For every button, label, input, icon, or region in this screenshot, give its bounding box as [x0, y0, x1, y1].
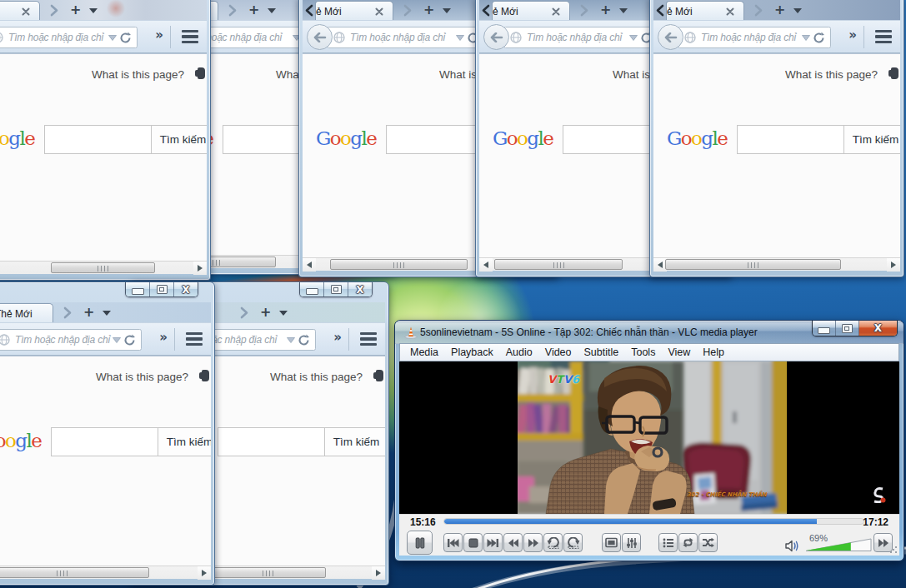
- reload-icon[interactable]: [123, 334, 136, 346]
- scroll-right-arrow[interactable]: [887, 258, 900, 272]
- speed-button[interactable]: [873, 533, 893, 552]
- seek-bar[interactable]: [443, 518, 864, 525]
- urlbar-history-dropdown-icon[interactable]: [802, 35, 810, 41]
- new-tab-button[interactable]: +: [600, 2, 611, 17]
- tab-list-dropdown-icon[interactable]: [89, 7, 98, 14]
- tab-list-dropdown-icon[interactable]: [268, 7, 276, 14]
- what-is-this-page-link[interactable]: What is this page?: [270, 371, 363, 383]
- new-tab-tab[interactable]: Thẻ Mới: [666, 1, 744, 22]
- tab-scroll-right-icon[interactable]: [239, 306, 249, 319]
- new-tab-tab[interactable]: Thẻ Mới: [0, 1, 40, 22]
- tab-list-dropdown-icon[interactable]: [619, 7, 628, 14]
- vlc-close-button[interactable]: X: [858, 321, 897, 336]
- menu-view[interactable]: View: [668, 346, 690, 358]
- tab-list-dropdown-icon[interactable]: [103, 310, 111, 316]
- overflow-chevron-button[interactable]: »: [848, 27, 857, 42]
- google-search-input[interactable]: [737, 125, 844, 154]
- new-tab-tab[interactable]: Thẻ Mới: [0, 303, 53, 324]
- tab-scroll-right-icon[interactable]: [579, 4, 589, 17]
- close-button[interactable]: X: [348, 282, 372, 296]
- tab-close-icon[interactable]: [552, 7, 560, 17]
- hamburger-menu-button[interactable]: [182, 30, 198, 43]
- volume-slider[interactable]: [805, 538, 872, 552]
- tab-scroll-right-icon[interactable]: [753, 4, 763, 17]
- vlc-minimize-button[interactable]: [813, 321, 835, 336]
- new-tab-button[interactable]: +: [423, 2, 434, 17]
- minimize-button[interactable]: [300, 282, 323, 296]
- hamburger-menu-button[interactable]: [360, 332, 377, 346]
- fullscreen-button[interactable]: [602, 533, 621, 552]
- new-tab-button[interactable]: +: [248, 2, 259, 17]
- menu-video[interactable]: Video: [545, 346, 572, 358]
- tab-scroll-left-icon[interactable]: [655, 4, 665, 17]
- url-bar[interactable]: Tìm hoặc nhập địa chỉ: [0, 27, 138, 48]
- new-tab-button[interactable]: +: [70, 2, 81, 17]
- horizontal-scrollbar[interactable]: [0, 261, 207, 274]
- tab-scroll-left-icon[interactable]: [304, 4, 314, 17]
- reload-icon[interactable]: [813, 32, 825, 44]
- tab-close-icon[interactable]: [22, 7, 30, 17]
- google-search-button[interactable]: Tìm kiếm: [843, 125, 900, 154]
- close-button[interactable]: X: [173, 282, 198, 296]
- urlbar-history-dropdown-icon[interactable]: [456, 35, 464, 41]
- urlbar-history-dropdown-icon[interactable]: [113, 337, 121, 343]
- back-button[interactable]: [307, 24, 333, 50]
- vlc-video-area[interactable]: VTV6 302 - CHIẾC NHẪN THẦN: [399, 361, 899, 514]
- google-search-button[interactable]: Tìm kiếm: [158, 427, 211, 456]
- back-button[interactable]: [483, 24, 509, 50]
- url-bar[interactable]: Tìm hoặc nhập địa chỉ: [0, 329, 142, 351]
- window-titlebar[interactable]: X: [0, 282, 214, 302]
- reload-icon[interactable]: [298, 334, 310, 346]
- rewind-button[interactable]: [503, 533, 523, 552]
- tab-close-icon[interactable]: [726, 7, 734, 17]
- scrollbar-thumb[interactable]: [494, 259, 623, 270]
- tab-list-dropdown-icon[interactable]: [279, 310, 288, 316]
- new-tab-tab[interactable]: Thẻ Mới: [492, 1, 570, 22]
- maximize-button[interactable]: [149, 282, 173, 296]
- scroll-right-arrow[interactable]: [372, 566, 385, 580]
- what-is-this-page-link[interactable]: What is this page?: [96, 371, 188, 383]
- jump-back-button[interactable]: [543, 533, 563, 552]
- new-tab-button[interactable]: +: [83, 304, 94, 320]
- google-search-input[interactable]: [44, 125, 152, 154]
- google-search-input[interactable]: [51, 427, 158, 456]
- scroll-right-arrow[interactable]: [193, 262, 207, 275]
- scroll-left-arrow[interactable]: [479, 258, 493, 272]
- new-tab-tab[interactable]: Thẻ Mới: [315, 1, 393, 22]
- scrollbar-thumb[interactable]: [665, 259, 841, 270]
- urlbar-history-dropdown-icon[interactable]: [629, 35, 638, 41]
- tab-close-icon[interactable]: [375, 7, 383, 17]
- menu-media[interactable]: Media: [410, 346, 438, 358]
- scrollbar-thumb[interactable]: [0, 567, 149, 578]
- hamburger-menu-button[interactable]: [186, 332, 203, 346]
- tab-list-dropdown-icon[interactable]: [443, 7, 451, 14]
- jump-forward-button[interactable]: [563, 533, 583, 552]
- horizontal-scrollbar[interactable]: [0, 566, 211, 579]
- reload-icon[interactable]: [119, 32, 132, 44]
- tab-list-dropdown-icon[interactable]: [793, 7, 802, 14]
- overflow-chevron-button[interactable]: »: [155, 27, 163, 42]
- previous-button[interactable]: [443, 533, 463, 552]
- menu-tools[interactable]: Tools: [631, 346, 655, 358]
- stop-button[interactable]: [463, 533, 483, 552]
- menu-subtitle[interactable]: Subtitle: [584, 346, 619, 358]
- scrollbar-thumb[interactable]: [330, 259, 468, 270]
- tab-scroll-right-icon[interactable]: [49, 4, 59, 17]
- menu-help[interactable]: Help: [703, 346, 724, 358]
- overflow-chevron-button[interactable]: »: [159, 330, 168, 345]
- scroll-right-arrow[interactable]: [198, 566, 211, 580]
- tab-scroll-right-icon[interactable]: [403, 4, 413, 17]
- overflow-chevron-button[interactable]: »: [333, 330, 342, 345]
- urlbar-history-dropdown-icon[interactable]: [108, 35, 117, 41]
- url-bar[interactable]: Tìm hoặc nhập địa chỉ: [503, 27, 658, 48]
- google-search-button[interactable]: Tìm kiếm: [151, 125, 207, 154]
- google-search-input[interactable]: [218, 427, 325, 456]
- shuffle-button[interactable]: [698, 533, 718, 552]
- scrollbar-thumb[interactable]: [209, 567, 326, 578]
- menu-audio[interactable]: Audio: [506, 346, 533, 358]
- new-tab-button[interactable]: +: [774, 2, 785, 17]
- urlbar-history-dropdown-icon[interactable]: [287, 337, 295, 343]
- maximize-button[interactable]: [323, 282, 348, 296]
- equalizer-button[interactable]: [622, 533, 641, 552]
- scrollbar-thumb[interactable]: [51, 262, 155, 273]
